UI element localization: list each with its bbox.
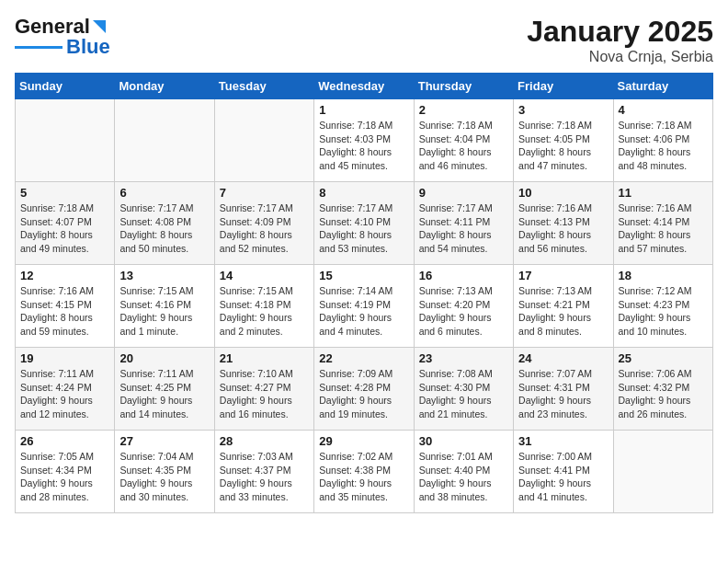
calendar-cell: 26Sunrise: 7:05 AM Sunset: 4:34 PM Dayli…	[16, 431, 115, 513]
calendar-cell: 17Sunrise: 7:13 AM Sunset: 4:21 PM Dayli…	[514, 265, 613, 348]
day-info: Sunrise: 7:11 AM Sunset: 4:24 PM Dayligh…	[20, 367, 109, 421]
day-number: 10	[518, 186, 608, 200]
day-info: Sunrise: 7:08 AM Sunset: 4:30 PM Dayligh…	[419, 367, 508, 421]
day-info: Sunrise: 7:07 AM Sunset: 4:31 PM Dayligh…	[518, 367, 608, 421]
day-info: Sunrise: 7:18 AM Sunset: 4:07 PM Dayligh…	[20, 201, 109, 256]
calendar-cell: 2Sunrise: 7:18 AM Sunset: 4:04 PM Daylig…	[414, 99, 513, 182]
day-info: Sunrise: 7:16 AM Sunset: 4:14 PM Dayligh…	[619, 201, 708, 256]
day-info: Sunrise: 7:17 AM Sunset: 4:11 PM Dayligh…	[419, 201, 508, 256]
day-info: Sunrise: 7:18 AM Sunset: 4:06 PM Dayligh…	[619, 119, 708, 173]
day-number: 3	[518, 103, 608, 117]
weekday-header-friday: Friday	[514, 74, 613, 99]
calendar-cell: 8Sunrise: 7:17 AM Sunset: 4:10 PM Daylig…	[314, 182, 414, 265]
day-number: 8	[319, 186, 408, 200]
day-number: 15	[319, 269, 408, 282]
calendar-cell: 29Sunrise: 7:02 AM Sunset: 4:38 PM Dayli…	[314, 431, 414, 513]
day-number: 13	[119, 269, 209, 282]
week-row-5: 26Sunrise: 7:05 AM Sunset: 4:34 PM Dayli…	[16, 431, 713, 513]
day-info: Sunrise: 7:10 AM Sunset: 4:27 PM Dayligh…	[220, 367, 309, 421]
calendar-header: SundayMondayTuesdayWednesdayThursdayFrid…	[16, 74, 713, 99]
calendar-cell: 28Sunrise: 7:03 AM Sunset: 4:37 PM Dayli…	[214, 431, 313, 513]
day-number: 14	[220, 269, 309, 282]
header: General Blue January 2025 Nova Crnja, Se…	[15, 15, 713, 65]
day-number: 1	[319, 103, 408, 117]
day-number: 23	[419, 351, 508, 365]
day-number: 28	[220, 434, 309, 448]
day-info: Sunrise: 7:17 AM Sunset: 4:08 PM Dayligh…	[119, 201, 209, 256]
weekday-header-sunday: Sunday	[16, 74, 115, 99]
weekday-header-thursday: Thursday	[414, 74, 513, 99]
logo-blue: Blue	[66, 35, 110, 59]
week-row-2: 5Sunrise: 7:18 AM Sunset: 4:07 PM Daylig…	[16, 182, 713, 265]
logo-line	[15, 46, 63, 49]
day-info: Sunrise: 7:16 AM Sunset: 4:13 PM Dayligh…	[518, 201, 608, 256]
day-number: 31	[518, 434, 608, 448]
day-info: Sunrise: 7:13 AM Sunset: 4:20 PM Dayligh…	[419, 284, 508, 339]
calendar-cell: 1Sunrise: 7:18 AM Sunset: 4:03 PM Daylig…	[314, 99, 414, 182]
day-number: 21	[220, 351, 309, 365]
week-row-4: 19Sunrise: 7:11 AM Sunset: 4:24 PM Dayli…	[16, 348, 713, 431]
day-number: 27	[119, 434, 209, 448]
logo: General Blue	[15, 15, 110, 59]
calendar-cell: 23Sunrise: 7:08 AM Sunset: 4:30 PM Dayli…	[414, 348, 513, 431]
day-number: 22	[319, 351, 408, 365]
calendar-cell: 11Sunrise: 7:16 AM Sunset: 4:14 PM Dayli…	[613, 182, 712, 265]
calendar-cell: 18Sunrise: 7:12 AM Sunset: 4:23 PM Dayli…	[613, 265, 712, 348]
day-info: Sunrise: 7:18 AM Sunset: 4:03 PM Dayligh…	[319, 119, 408, 173]
day-number: 26	[20, 434, 109, 448]
day-number: 12	[20, 269, 109, 282]
day-info: Sunrise: 7:12 AM Sunset: 4:23 PM Dayligh…	[619, 284, 708, 339]
day-number: 4	[619, 103, 708, 117]
week-row-3: 12Sunrise: 7:16 AM Sunset: 4:15 PM Dayli…	[16, 265, 713, 348]
calendar-cell: 14Sunrise: 7:15 AM Sunset: 4:18 PM Dayli…	[214, 265, 313, 348]
day-info: Sunrise: 7:05 AM Sunset: 4:34 PM Dayligh…	[20, 450, 109, 504]
day-info: Sunrise: 7:17 AM Sunset: 4:09 PM Dayligh…	[220, 201, 309, 256]
day-number: 6	[119, 186, 209, 200]
day-number: 25	[619, 351, 708, 365]
day-info: Sunrise: 7:11 AM Sunset: 4:25 PM Dayligh…	[119, 367, 209, 421]
weekday-header-wednesday: Wednesday	[314, 74, 414, 99]
calendar-cell: 30Sunrise: 7:01 AM Sunset: 4:40 PM Dayli…	[414, 431, 513, 513]
calendar-cell: 10Sunrise: 7:16 AM Sunset: 4:13 PM Dayli…	[514, 182, 613, 265]
day-info: Sunrise: 7:15 AM Sunset: 4:18 PM Dayligh…	[220, 284, 309, 339]
main-title: January 2025	[527, 15, 713, 49]
calendar-cell	[115, 99, 214, 182]
day-number: 18	[619, 269, 708, 282]
subtitle: Nova Crnja, Serbia	[527, 49, 713, 65]
day-info: Sunrise: 7:15 AM Sunset: 4:16 PM Dayligh…	[119, 284, 209, 339]
day-number: 7	[220, 186, 309, 200]
calendar-cell: 12Sunrise: 7:16 AM Sunset: 4:15 PM Dayli…	[16, 265, 115, 348]
day-info: Sunrise: 7:01 AM Sunset: 4:40 PM Dayligh…	[419, 450, 508, 504]
weekday-header-tuesday: Tuesday	[214, 74, 313, 99]
day-number: 16	[419, 269, 508, 282]
weekday-header-saturday: Saturday	[613, 74, 712, 99]
calendar-cell: 19Sunrise: 7:11 AM Sunset: 4:24 PM Dayli…	[16, 348, 115, 431]
calendar-cell: 24Sunrise: 7:07 AM Sunset: 4:31 PM Dayli…	[514, 348, 613, 431]
calendar-cell: 7Sunrise: 7:17 AM Sunset: 4:09 PM Daylig…	[214, 182, 313, 265]
logo-triangle-icon	[91, 17, 108, 37]
calendar-table: SundayMondayTuesdayWednesdayThursdayFrid…	[15, 73, 713, 513]
day-info: Sunrise: 7:13 AM Sunset: 4:21 PM Dayligh…	[518, 284, 608, 339]
calendar-cell: 13Sunrise: 7:15 AM Sunset: 4:16 PM Dayli…	[115, 265, 214, 348]
day-number: 20	[119, 351, 209, 365]
day-number: 17	[518, 269, 608, 282]
day-number: 2	[419, 103, 508, 117]
day-number: 29	[319, 434, 408, 448]
title-area: January 2025 Nova Crnja, Serbia	[527, 15, 713, 65]
day-info: Sunrise: 7:00 AM Sunset: 4:41 PM Dayligh…	[518, 450, 608, 504]
day-number: 30	[419, 434, 508, 448]
day-info: Sunrise: 7:17 AM Sunset: 4:10 PM Dayligh…	[319, 201, 408, 256]
calendar-cell: 6Sunrise: 7:17 AM Sunset: 4:08 PM Daylig…	[115, 182, 214, 265]
day-info: Sunrise: 7:18 AM Sunset: 4:04 PM Dayligh…	[419, 119, 508, 173]
calendar-cell: 15Sunrise: 7:14 AM Sunset: 4:19 PM Dayli…	[314, 265, 414, 348]
calendar-cell: 25Sunrise: 7:06 AM Sunset: 4:32 PM Dayli…	[613, 348, 712, 431]
day-info: Sunrise: 7:04 AM Sunset: 4:35 PM Dayligh…	[119, 450, 209, 504]
calendar-cell	[214, 99, 313, 182]
day-info: Sunrise: 7:03 AM Sunset: 4:37 PM Dayligh…	[220, 450, 309, 504]
day-number: 11	[619, 186, 708, 200]
day-number: 9	[419, 186, 508, 200]
calendar-cell: 5Sunrise: 7:18 AM Sunset: 4:07 PM Daylig…	[16, 182, 115, 265]
day-info: Sunrise: 7:02 AM Sunset: 4:38 PM Dayligh…	[319, 450, 408, 504]
weekday-header-row: SundayMondayTuesdayWednesdayThursdayFrid…	[16, 74, 713, 99]
day-info: Sunrise: 7:16 AM Sunset: 4:15 PM Dayligh…	[20, 284, 109, 339]
